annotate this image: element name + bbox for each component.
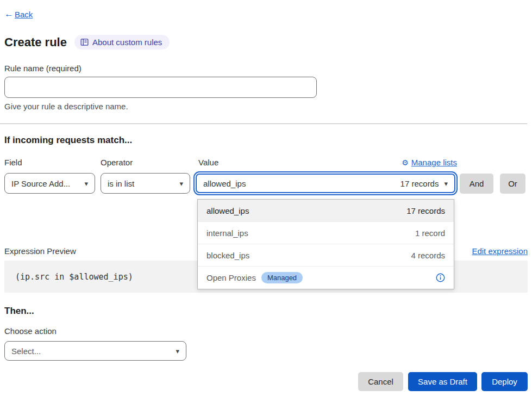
back-link[interactable]: ← Back	[4, 9, 33, 20]
about-custom-rules-label: About custom rules	[92, 38, 162, 47]
action-select-placeholder: Select...	[11, 347, 41, 356]
expression-preview-label: Expression Preview	[4, 246, 76, 256]
manage-lists-label: Manage lists	[411, 158, 457, 167]
list-item-open-proxies[interactable]: Open Proxies Managed	[198, 267, 454, 289]
operator-column-label: Operator	[101, 158, 133, 167]
edit-expression-link[interactable]: Edit expression	[472, 246, 528, 256]
then-section-heading: Then...	[4, 306, 34, 317]
manage-lists-link[interactable]: ⚙ Manage lists	[402, 158, 457, 167]
create-rule-page: ← Back Create rule About custom rules Ru…	[0, 0, 532, 402]
list-item-record-count: 4 records	[411, 251, 445, 260]
choose-action-label: Choose action	[4, 326, 57, 336]
rule-name-input[interactable]	[4, 77, 317, 98]
about-custom-rules-link[interactable]: About custom rules	[74, 35, 170, 50]
field-select[interactable]: IP Source Add... ▾	[4, 173, 95, 194]
cancel-button[interactable]: Cancel	[358, 372, 403, 391]
value-select-value: allowed_ips	[203, 179, 246, 188]
value-select[interactable]: allowed_ips 17 records ▾	[196, 174, 455, 193]
edit-expression-label: Edit expression	[472, 246, 528, 256]
book-icon	[80, 38, 89, 46]
deploy-button[interactable]: Deploy	[481, 372, 528, 391]
chevron-down-icon: ▾	[84, 180, 88, 188]
list-item-blocked-ips[interactable]: blocked_ips 4 records	[198, 244, 454, 267]
or-button[interactable]: Or	[500, 174, 525, 194]
operator-select-value: is in list	[108, 179, 134, 188]
chevron-down-icon: ▾	[179, 180, 183, 188]
list-item-allowed-ips[interactable]: allowed_ips 17 records	[198, 200, 454, 222]
and-button[interactable]: And	[460, 174, 493, 194]
managed-badge: Managed	[261, 272, 303, 283]
expression-code: (ip.src in $allowed_ips)	[15, 272, 133, 282]
chevron-down-icon: ▾	[444, 180, 448, 188]
rule-name-helper-text: Give your rule a descriptive name.	[4, 102, 128, 111]
back-arrow-icon: ←	[4, 9, 14, 20]
list-item-internal-ips[interactable]: internal_ips 1 record	[198, 222, 454, 244]
list-item-name: Open Proxies	[206, 273, 256, 282]
value-select-record-count: 17 records	[400, 179, 439, 188]
match-section-heading: If incoming requests match...	[4, 135, 132, 146]
info-icon[interactable]	[436, 273, 445, 282]
gear-icon: ⚙	[402, 158, 409, 167]
field-select-value: IP Source Add...	[11, 179, 70, 188]
list-item-name: allowed_ips	[206, 206, 249, 215]
value-dropdown-panel: allowed_ips 17 records internal_ips 1 re…	[197, 199, 454, 289]
list-item-name: blocked_ips	[206, 251, 249, 260]
save-as-draft-button[interactable]: Save as Draft	[408, 372, 477, 391]
rule-name-label: Rule name (required)	[4, 64, 82, 73]
operator-select[interactable]: is in list ▾	[101, 173, 190, 194]
action-select[interactable]: Select... ▾	[4, 341, 186, 361]
list-item-name: internal_ips	[206, 228, 248, 238]
value-column-label: Value	[198, 158, 218, 167]
list-item-record-count: 1 record	[415, 228, 445, 238]
back-link-label: Back	[15, 10, 33, 19]
section-divider	[0, 123, 527, 124]
page-title: Create rule	[4, 35, 67, 50]
list-item-record-count: 17 records	[406, 206, 445, 215]
page-header: Create rule About custom rules	[4, 35, 170, 50]
field-column-label: Field	[4, 158, 22, 167]
chevron-down-icon: ▾	[176, 347, 179, 355]
